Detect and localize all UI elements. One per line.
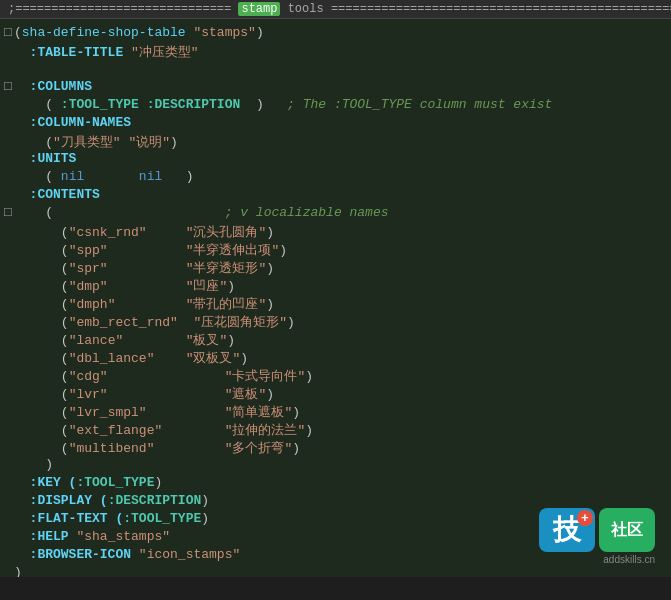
logo-url: addskills.cn: [603, 554, 655, 565]
token: "刀具类型": [53, 135, 121, 150]
token: [147, 225, 186, 240]
token: :DESCRIPTION: [147, 97, 241, 112]
token: :TABLE-TITLE: [30, 45, 124, 60]
block-marker: [4, 331, 14, 346]
token: "双板叉": [186, 351, 241, 366]
token: "卡式导向件": [225, 369, 306, 384]
token: ): [45, 457, 53, 472]
token: [178, 315, 194, 330]
code-line: ("csnk_rnd" "沉头孔圆角"): [0, 223, 671, 241]
line-content: ("lance" "板叉"): [14, 331, 667, 349]
token: :DESCRIPTION: [108, 493, 202, 508]
block-marker: [4, 97, 14, 112]
token: ): [201, 511, 209, 526]
token: (: [61, 261, 69, 276]
token: (: [61, 441, 69, 456]
line-content: ("spp" "半穿透伸出项"): [14, 241, 667, 259]
token: :TOOL_TYPE: [76, 475, 154, 490]
token: "简单遮板": [225, 405, 293, 420]
line-content: ("dbl_lance" "双板叉"): [14, 349, 667, 367]
token: (: [61, 351, 69, 366]
token: [108, 369, 225, 384]
token: "冲压类型": [131, 45, 199, 60]
line-content: ("ext_flange" "拉伸的法兰"): [14, 421, 667, 439]
block-marker: [4, 43, 14, 58]
code-line: ("lvr" "遮板"): [0, 385, 671, 403]
token: ): [240, 97, 287, 112]
token: sha-define-shop-table: [22, 25, 186, 40]
token: ): [201, 493, 209, 508]
token: nil: [139, 169, 162, 184]
block-marker: [4, 223, 14, 238]
code-line: □ ( ; v localizable names: [0, 205, 671, 223]
line-content: :COLUMNS: [14, 79, 667, 94]
line-content: :KEY (:TOOL_TYPE): [14, 475, 667, 490]
code-line: ( nil nil ): [0, 169, 671, 187]
token: "压花圆角矩形": [193, 315, 287, 330]
token: (: [61, 225, 69, 240]
line-content: ("emb_rect_rnd" "压花圆角矩形"): [14, 313, 667, 331]
token: ; The :TOOL_TYPE column must exist: [287, 97, 552, 112]
token: :FLAT-TEXT (: [30, 511, 124, 526]
stamp-highlight: stamp: [238, 2, 280, 16]
block-marker: [4, 403, 14, 418]
logo-container: 技+社区addskills.cn: [531, 504, 663, 569]
token: "cdg": [69, 369, 108, 384]
top-bar: ;============================== stamp to…: [0, 0, 671, 19]
line-content: (sha-define-shop-table "stamps"): [14, 25, 667, 40]
block-marker: [4, 277, 14, 292]
token: (: [61, 333, 69, 348]
token: ): [305, 369, 313, 384]
token: "csnk_rnd": [69, 225, 147, 240]
token: :CONTENTS: [30, 187, 100, 202]
line-content: ("dmph" "带孔的凹座"): [14, 295, 667, 313]
token: ): [227, 279, 235, 294]
block-marker: [4, 547, 14, 562]
block-marker: [4, 421, 14, 436]
code-line: ("lance" "板叉"): [0, 331, 671, 349]
token: (: [45, 169, 61, 184]
code-line: □(sha-define-shop-table "stamps"): [0, 25, 671, 43]
line-content: ("lvr_smpl" "简单遮板"): [14, 403, 667, 421]
code-line: ("spr" "半穿透矩形"): [0, 259, 671, 277]
line-content: :CONTENTS: [14, 187, 667, 202]
token: [139, 97, 147, 112]
token: :UNITS: [30, 151, 77, 166]
token: "板叉": [186, 333, 228, 348]
token: :KEY (: [30, 475, 77, 490]
token: ): [240, 351, 248, 366]
token: "sha_stamps": [76, 529, 170, 544]
token: [147, 405, 225, 420]
token: "lvr_smpl": [69, 405, 147, 420]
line-content: ("刀具类型" "说明"): [14, 133, 667, 151]
token: (: [61, 423, 69, 438]
token: "lvr": [69, 387, 108, 402]
block-marker: [4, 349, 14, 364]
line-content: ( nil nil ): [14, 169, 667, 184]
logo-ji-box: 技+: [539, 508, 595, 552]
token: (: [61, 297, 69, 312]
token: "icon_stamps": [139, 547, 240, 562]
block-marker: [4, 169, 14, 184]
code-line: ("multibend" "多个折弯"): [0, 439, 671, 457]
token: "dmp": [69, 279, 108, 294]
token: (: [45, 135, 53, 150]
token: ): [292, 405, 300, 420]
token: (: [14, 25, 22, 40]
block-marker: [4, 115, 14, 130]
token: "半穿透伸出项": [186, 243, 280, 258]
code-line: ("dmph" "带孔的凹座"): [0, 295, 671, 313]
token: [162, 423, 224, 438]
block-marker: [4, 241, 14, 256]
token: ): [279, 243, 287, 258]
token: ): [170, 135, 178, 150]
block-marker: [4, 367, 14, 382]
block-marker: [4, 565, 14, 577]
code-line: [0, 61, 671, 79]
code-line: ( :TOOL_TYPE :DESCRIPTION ) ; The :TOOL_…: [0, 97, 671, 115]
line-content: ( :TOOL_TYPE :DESCRIPTION ) ; The :TOOL_…: [14, 97, 667, 112]
token: ): [227, 333, 235, 348]
block-marker: [4, 475, 14, 490]
token: (: [61, 315, 69, 330]
token: ): [266, 225, 274, 240]
